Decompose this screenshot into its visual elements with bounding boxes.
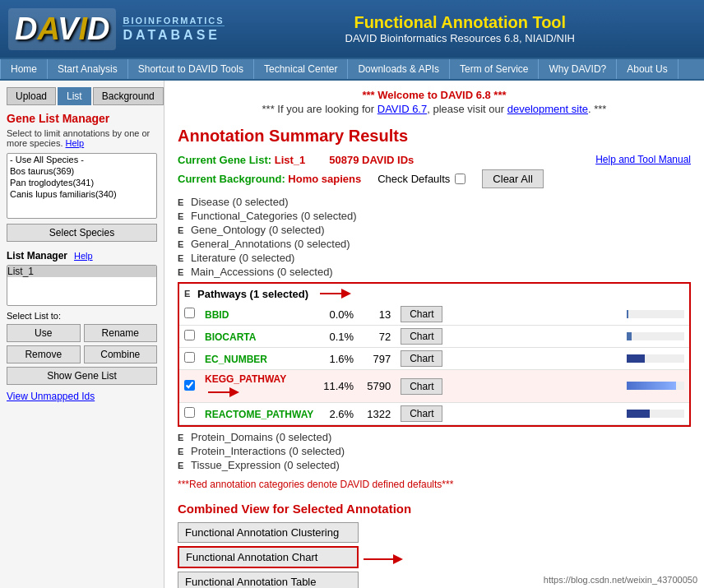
rename-button[interactable]: Rename xyxy=(84,324,158,342)
current-gene-list-value: List_1 xyxy=(275,154,306,166)
pathway-check-biocarta[interactable] xyxy=(184,330,195,340)
pathway-pct-bbid: 0.0% xyxy=(318,303,359,326)
list-manager-header: List Manager Help xyxy=(7,250,157,262)
background-row: Current Background: Homo sapiens Check D… xyxy=(178,169,691,188)
pathway-pct-reactome: 2.6% xyxy=(318,403,359,425)
nav-downloads[interactable]: Downloads & APIs xyxy=(348,59,450,79)
david-ids-value: 50879 DAVID IDs xyxy=(329,154,414,166)
welcome-line1: *** Welcome to DAVID 6.8 *** xyxy=(178,89,691,101)
functional-annotation-table-button[interactable]: Functional Annotation Table xyxy=(178,572,359,588)
annotation-categories-before: E Disease (0 selected) E Functional_Cate… xyxy=(178,195,691,279)
pathway-bar-ec-number xyxy=(627,354,684,363)
category-protein-domains-name: Protein_Domains (0 selected) xyxy=(191,431,331,443)
remove-button[interactable]: Remove xyxy=(7,345,81,363)
category-protein-interactions-name: Protein_Interactions (0 selected) xyxy=(191,445,345,457)
use-button[interactable]: Use xyxy=(7,324,81,342)
nav-why[interactable]: Why DAVID? xyxy=(539,59,617,79)
category-gene-ontology: E Gene_Ontology (0 selected) xyxy=(178,223,691,237)
kegg-arrow-icon xyxy=(208,385,241,400)
check-defaults-group: Check Defaults xyxy=(377,173,465,185)
list-action-buttons-2: Remove Combine xyxy=(7,345,157,363)
list-option-1: List_1 xyxy=(7,266,156,277)
logo-area: DAVID BIOINFORMATICS DATABASE xyxy=(8,8,225,50)
show-gene-list-button[interactable]: Show Gene List xyxy=(7,367,157,385)
species-select[interactable]: - Use All Species - Bos taurus(369) Pan … xyxy=(7,153,157,219)
check-defaults-checkbox[interactable] xyxy=(455,174,465,184)
pathway-check-ec-number[interactable] xyxy=(184,352,195,363)
header: DAVID BIOINFORMATICS DATABASE Functional… xyxy=(0,0,704,58)
list-action-buttons: Use Rename xyxy=(7,324,157,342)
pathways-section: E Pathways (1 selected) BBID 0.0% 13 xyxy=(178,282,691,427)
expand-icon-functional[interactable]: E xyxy=(178,211,188,221)
app-subtitle: DAVID Bioinformatics Resources 6.8, NIAI… xyxy=(225,32,696,44)
list-select[interactable]: List_1 xyxy=(7,265,157,306)
select-species-button[interactable]: Select Species xyxy=(7,224,157,242)
nav-about[interactable]: About Us xyxy=(617,59,678,79)
nav-terms[interactable]: Term of Service xyxy=(450,59,539,79)
species-option-all: - Use All Species - xyxy=(7,154,156,165)
expand-icon-protein-interactions[interactable]: E xyxy=(178,447,188,456)
pathway-chart-btn-reactome[interactable]: Chart xyxy=(401,405,442,422)
pathway-pct-ec-number: 1.6% xyxy=(318,348,359,370)
clear-all-button[interactable]: Clear All xyxy=(482,169,543,188)
tab-background[interactable]: Background xyxy=(93,87,164,105)
pathway-name-ec-number: EC_NUMBER xyxy=(205,354,267,365)
david67-link[interactable]: DAVID 6.7 xyxy=(377,103,427,115)
expand-icon-literature[interactable]: E xyxy=(178,253,188,263)
combine-button[interactable]: Combine xyxy=(84,345,158,363)
tab-upload[interactable]: Upload xyxy=(7,87,56,105)
pathways-table: BBID 0.0% 13 Chart BIOCARTA 0.1% 72 Char… xyxy=(179,303,689,425)
expand-icon-gene-ontology[interactable]: E xyxy=(178,225,188,235)
pathway-chart-btn-ec-number[interactable]: Chart xyxy=(401,350,442,367)
pathway-count-kegg: 5790 xyxy=(359,370,396,403)
help-tool-manual-link[interactable]: Help and Tool Manual xyxy=(595,154,691,165)
category-literature-name: Literature (0 selected) xyxy=(191,252,294,264)
species-option-bos: Bos taurus(369) xyxy=(7,165,156,177)
nav-technical[interactable]: Technical Center xyxy=(254,59,348,79)
pathway-chart-btn-biocarta[interactable]: Chart xyxy=(401,328,442,345)
check-defaults-label: Check Defaults xyxy=(377,173,450,185)
expand-icon-general[interactable]: E xyxy=(178,239,188,249)
expand-icon-protein-domains[interactable]: E xyxy=(178,433,188,442)
category-protein-interactions: E Protein_Interactions (0 selected) xyxy=(178,444,691,458)
species-option-canis: Canis lupus familiaris(340) xyxy=(7,188,156,200)
annotation-summary-title: Annotation Summary Results xyxy=(178,127,691,146)
logo-bio-text: BIOINFORMATICS xyxy=(123,16,224,25)
pathways-title: Pathways (1 selected) xyxy=(197,288,308,300)
functional-annotation-chart-row: Functional Annotation Chart xyxy=(178,546,691,572)
view-unmapped-link[interactable]: View Unmapped Ids xyxy=(7,391,95,402)
expand-icon-tissue-expression[interactable]: E xyxy=(178,461,188,470)
pathway-check-bbid[interactable] xyxy=(184,308,195,318)
tab-list[interactable]: List xyxy=(58,87,91,105)
combined-view-title: Combined View for Selected Annotation xyxy=(178,502,691,516)
logo-bioinformatics: BIOINFORMATICS DATABASE xyxy=(123,16,224,43)
pathway-check-kegg[interactable] xyxy=(184,380,195,391)
functional-annotation-chart-button[interactable]: Functional Annotation Chart xyxy=(178,546,359,568)
category-protein-domains: E Protein_Domains (0 selected) xyxy=(178,430,691,444)
pathways-arrow-icon xyxy=(320,286,353,301)
pathway-count-reactome: 1322 xyxy=(359,403,396,425)
bottom-url: https://blog.csdn.net/weixin_43700050 xyxy=(544,575,697,585)
category-tissue-expression: E Tissue_Expression (0 selected) xyxy=(178,458,691,472)
expand-icon-main-accessions[interactable]: E xyxy=(178,267,188,277)
pathway-chart-btn-bbid[interactable]: Chart xyxy=(401,306,442,322)
pathway-name-kegg: KEGG_PATHWAY xyxy=(205,373,286,385)
list-manager-help-link[interactable]: Help xyxy=(74,251,93,261)
pathway-chart-btn-kegg[interactable]: Chart xyxy=(401,378,442,395)
functional-annotation-clustering-button[interactable]: Functional Annotation Clustering xyxy=(178,522,359,543)
nav-shortcut[interactable]: Shortcut to DAVID Tools xyxy=(128,59,254,79)
pathway-count-ec-number: 797 xyxy=(359,348,396,370)
species-help-link[interactable]: Help xyxy=(66,138,85,148)
pathway-bar-kegg xyxy=(627,382,684,390)
select-list-label: Select List to: xyxy=(7,311,157,321)
expand-icon-pathways[interactable]: E xyxy=(184,289,194,299)
pathway-check-reactome[interactable] xyxy=(184,407,195,418)
pathway-pct-kegg: 11.4% xyxy=(318,370,359,403)
nav-home[interactable]: Home xyxy=(0,59,48,79)
expand-icon-disease[interactable]: E xyxy=(178,197,188,207)
dev-site-link[interactable]: development site xyxy=(507,103,588,115)
red-annotation-note: ***Red annotation categories denote DAVI… xyxy=(178,479,691,490)
pathway-count-biocarta: 72 xyxy=(359,326,396,348)
annotation-categories-after: E Protein_Domains (0 selected) E Protein… xyxy=(178,430,691,472)
nav-start-analysis[interactable]: Start Analysis xyxy=(48,59,128,79)
